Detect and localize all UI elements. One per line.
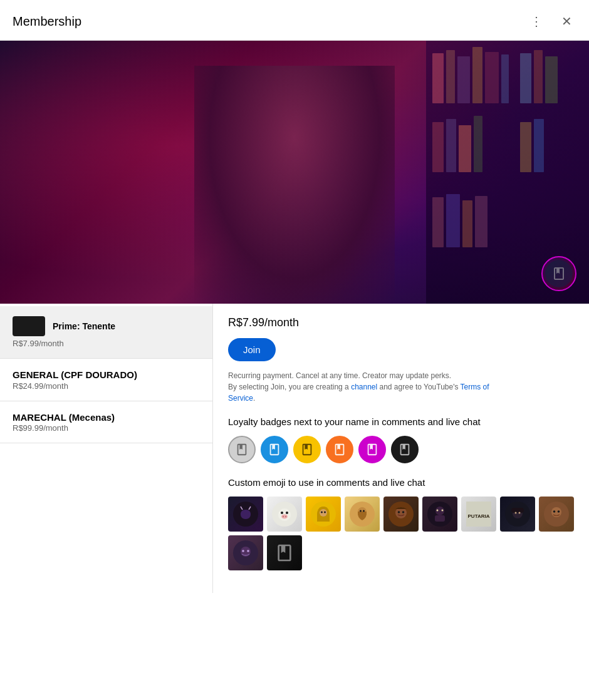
tier-name: MARECHAL (Mecenas)	[13, 411, 200, 424]
svg-point-3	[281, 512, 283, 514]
emoji-icon-2	[272, 502, 297, 527]
emoji-grid: PUTARIA	[228, 497, 574, 570]
legal-period: .	[253, 394, 255, 403]
emoji-item: PUTARIA	[461, 497, 496, 532]
emoji-item	[539, 497, 574, 532]
badge-icon-blue	[268, 443, 281, 456]
emoji-icon-6	[427, 502, 452, 527]
emoji-perk-section: Custom emoji to use in comments and live…	[228, 476, 574, 570]
svg-point-19	[402, 511, 405, 513]
book-icon	[551, 266, 566, 281]
svg-point-24	[442, 510, 444, 512]
svg-point-18	[398, 511, 400, 513]
emoji-item	[306, 497, 341, 532]
emoji-icon-7: PUTARIA	[466, 502, 491, 527]
svg-text:PUTARIA: PUTARIA	[468, 513, 490, 519]
hero-person	[194, 66, 395, 304]
channel-avatar[interactable]	[541, 256, 576, 291]
more-icon[interactable]: ⋮	[526, 11, 546, 31]
badge-icon-gray	[235, 443, 249, 456]
hero-image	[0, 41, 589, 304]
tier-price: R$7.99/month	[13, 339, 200, 348]
badge-icon-yellow	[300, 443, 314, 456]
svg-point-10	[321, 512, 323, 513]
svg-point-9	[320, 509, 327, 517]
svg-point-6	[283, 516, 284, 517]
avatar-inner	[545, 260, 573, 287]
badge-icon-black	[398, 443, 412, 456]
badge-yellow	[293, 436, 321, 463]
svg-point-5	[281, 515, 288, 519]
tier-name: Prime: Tenente	[53, 321, 115, 332]
badge-blue	[261, 436, 288, 463]
detail-panel: R$7.99/month Join Recurring payment. Can…	[213, 304, 589, 593]
header: Membership ⋮ ✕	[0, 0, 589, 41]
svg-point-38	[242, 550, 244, 552]
tier-price: R$99.99/month	[13, 423, 200, 433]
badges-row	[228, 436, 574, 463]
emoji-icon-11	[274, 543, 294, 563]
emoji-item	[345, 497, 380, 532]
emoji-perk-title: Custom emoji to use in comments and live…	[228, 476, 574, 489]
badge-orange	[326, 436, 353, 463]
tier-price: R$24.99/month	[13, 381, 200, 391]
tier-item-general[interactable]: GENERAL (CPF DOURADO) R$24.99/month	[0, 359, 212, 401]
emoji-item	[383, 497, 419, 532]
svg-point-4	[286, 512, 288, 514]
svg-rect-22	[435, 515, 445, 522]
badge-purple	[358, 436, 386, 463]
legal-line3: and agree to YouTube's	[380, 383, 459, 391]
tier-item-prime-tenente[interactable]: Prime: Tenente R$7.99/month	[0, 306, 212, 359]
tier-name: GENERAL (CPF DOURADO)	[13, 369, 200, 381]
emoji-icon-9	[544, 502, 569, 527]
emoji-item	[267, 497, 302, 532]
svg-rect-29	[511, 508, 524, 513]
svg-point-23	[437, 510, 439, 512]
emoji-icon-3	[311, 502, 336, 527]
svg-point-14	[360, 510, 362, 512]
emoji-icon-8	[505, 502, 530, 527]
emoji-icon-1	[233, 502, 258, 527]
svg-point-35	[558, 510, 560, 513]
badge-black	[391, 436, 419, 463]
badge-gray	[228, 436, 256, 463]
emoji-icon-5	[388, 502, 414, 527]
badges-perk-section: Loyalty badges next to your name in comm…	[228, 415, 574, 463]
tier-item-marechal[interactable]: MARECHAL (Mecenas) R$99.99/month	[0, 401, 212, 444]
emoji-item	[500, 497, 535, 532]
svg-point-7	[285, 516, 286, 517]
emoji-icon-10	[233, 540, 258, 565]
header-actions: ⋮ ✕	[526, 11, 576, 31]
svg-point-15	[363, 510, 365, 512]
emoji-item	[228, 535, 263, 570]
main-content: Prime: Tenente R$7.99/month GENERAL (CPF…	[0, 304, 589, 593]
join-button[interactable]: Join	[228, 338, 276, 361]
emoji-item	[422, 497, 457, 532]
tier-badge	[13, 316, 45, 336]
legal-text: Recurring payment. Cancel at any time. C…	[228, 370, 516, 404]
svg-point-39	[247, 550, 249, 552]
emoji-item	[228, 497, 263, 532]
emoji-item	[267, 535, 302, 570]
detail-price: R$7.99/month	[228, 316, 574, 329]
legal-line1: Recurring payment. Cancel at any time. C…	[228, 371, 451, 380]
close-icon[interactable]: ✕	[556, 11, 576, 31]
emoji-icon-4	[350, 502, 375, 527]
tier-header: Prime: Tenente	[13, 316, 200, 336]
badges-perk-title: Loyalty badges next to your name in comm…	[228, 415, 574, 428]
header-title: Membership	[13, 14, 81, 29]
svg-point-31	[519, 512, 521, 514]
svg-point-30	[515, 512, 517, 514]
svg-point-11	[324, 512, 326, 513]
legal-line2: By selecting Join, you are creating a	[228, 383, 349, 391]
badge-icon-orange	[333, 443, 347, 456]
svg-point-34	[553, 510, 556, 513]
channel-link[interactable]: channel	[351, 383, 377, 391]
badge-icon-purple	[365, 443, 379, 456]
tier-list: Prime: Tenente R$7.99/month GENERAL (CPF…	[0, 304, 213, 593]
